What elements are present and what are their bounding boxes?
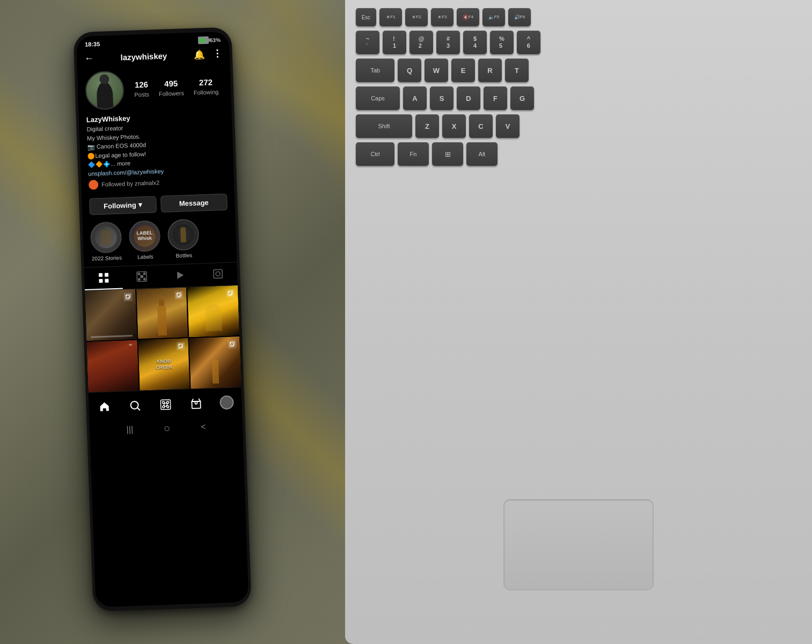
key-z[interactable]: Z (415, 114, 439, 138)
key-f4[interactable]: 🔇F4 (457, 8, 479, 26)
key-4[interactable]: $4 (463, 31, 487, 54)
svg-rect-0 (99, 273, 103, 276)
key-f[interactable]: F (484, 86, 507, 110)
multi-icon-5 (177, 342, 186, 351)
grid-photo-2[interactable] (136, 287, 188, 339)
svg-marker-10 (177, 271, 184, 279)
key-shift-left[interactable]: Shift (356, 114, 412, 138)
fn-key-row: Esc ☀F1 ☀F2 ☀F3 🔇F4 🔈F5 🔊F6 (356, 8, 807, 26)
grid-photo-3[interactable] (187, 286, 239, 338)
highlight-label-1: 2022 Stories (92, 254, 122, 261)
key-t[interactable]: T (505, 58, 529, 82)
profile-stats-row: 126 Posts 495 Followers 272 Following (85, 67, 224, 111)
key-s[interactable]: S (430, 86, 453, 110)
key-w[interactable]: W (425, 58, 448, 82)
svg-rect-13 (125, 295, 129, 299)
grid-photo-1[interactable] (85, 289, 137, 341)
highlight-circle-1 (90, 221, 122, 253)
key-alt[interactable]: Alt (466, 142, 498, 166)
key-a[interactable]: A (403, 86, 427, 110)
more-options-icon[interactable]: ⋮ (212, 48, 222, 60)
key-f2[interactable]: ☀F2 (405, 8, 428, 26)
key-v[interactable]: V (496, 114, 520, 138)
key-c[interactable]: C (469, 114, 493, 138)
key-f3[interactable]: ☀F3 (431, 8, 453, 26)
key-f5[interactable]: 🔈F5 (482, 8, 505, 26)
key-r[interactable]: R (478, 58, 502, 82)
following-label: Following (194, 89, 219, 96)
key-x[interactable]: X (442, 114, 466, 138)
multi-icon-2 (174, 290, 184, 299)
key-2[interactable]: @2 (409, 31, 433, 54)
key-f6[interactable]: 🔊F6 (508, 8, 531, 26)
key-e[interactable]: E (451, 58, 475, 82)
svg-point-8 (143, 277, 146, 280)
followers-stat[interactable]: 495 Followers (158, 78, 184, 98)
nav-profile[interactable] (215, 393, 237, 412)
key-q[interactable]: Q (398, 58, 421, 82)
key-tab[interactable]: Tab (356, 58, 394, 82)
photo-label: KNOBCREEK (155, 358, 172, 371)
svg-point-23 (130, 401, 138, 409)
key-1[interactable]: !1 (383, 31, 406, 54)
following-button[interactable]: Following ▾ (89, 196, 157, 215)
nav-shop[interactable] (185, 394, 207, 413)
highlight-labels[interactable]: LABELWhisk Labels (129, 220, 162, 260)
key-esc[interactable]: Esc (356, 8, 376, 26)
highlight-2022[interactable]: 2022 Stories (90, 221, 123, 261)
profile-stats: 126 Posts 495 Followers 272 Following (129, 77, 223, 99)
svg-rect-31 (192, 401, 200, 408)
nav-reels[interactable] (154, 395, 176, 414)
message-button[interactable]: Message (160, 193, 228, 212)
multi-icon-1 (123, 292, 133, 301)
svg-rect-20 (179, 343, 183, 347)
following-stat[interactable]: 272 Following (193, 77, 219, 97)
tab-tagged[interactable] (199, 262, 238, 286)
nav-home[interactable] (93, 397, 115, 416)
key-win[interactable]: ⊞ (432, 142, 463, 166)
keyboard: Esc ☀F1 ☀F2 ☀F3 🔇F4 🔈F5 🔊F6 ~` !1 @2 #3 … (356, 8, 807, 170)
keyboard-area: Esc ☀F1 ☀F2 ☀F3 🔇F4 🔈F5 🔊F6 ~` !1 @2 #3 … (345, 0, 812, 644)
asdf-row: Caps A S D F G (356, 86, 807, 110)
notification-icon[interactable]: 🔔 (193, 48, 205, 60)
svg-point-6 (143, 272, 145, 275)
key-d[interactable]: D (457, 86, 480, 110)
svg-rect-19 (178, 345, 182, 348)
profile-avatar[interactable] (85, 70, 125, 110)
svg-rect-15 (177, 293, 180, 297)
tab-grid[interactable] (84, 266, 123, 290)
svg-point-12 (216, 272, 220, 276)
key-backtick[interactable]: ~` (356, 31, 379, 54)
android-recents[interactable]: < (201, 422, 206, 432)
followed-by-text: Followed by znalnalx2 (101, 179, 160, 188)
key-5[interactable]: %5 (490, 31, 514, 54)
multi-icon-6 (228, 340, 237, 349)
android-back[interactable]: ||| (126, 425, 133, 434)
tab-video[interactable] (160, 264, 200, 287)
key-ctrl[interactable]: Ctrl (356, 142, 394, 166)
posts-stat[interactable]: 126 Posts (134, 79, 149, 99)
android-home[interactable]: ○ (164, 422, 171, 434)
zxcv-row: Shift Z X C V (356, 114, 807, 138)
grid-photo-6[interactable] (189, 336, 242, 389)
grid-photo-4[interactable]: ❤ (86, 340, 138, 392)
profile-username: lazywhiskey (120, 51, 167, 62)
highlight-label-2: Labels (137, 253, 153, 260)
trackpad[interactable] (503, 499, 654, 590)
key-fn[interactable]: Fn (398, 142, 429, 166)
key-6[interactable]: ^6 (517, 31, 540, 54)
svg-rect-1 (105, 273, 108, 276)
key-f1[interactable]: ☀F1 (379, 8, 402, 26)
phone: 18:35 63% ← lazywhiskey 🔔 ⋮ (73, 27, 252, 612)
key-caps[interactable]: Caps (356, 86, 400, 110)
nav-search[interactable] (123, 396, 145, 415)
key-3[interactable]: #3 (436, 31, 460, 54)
followers-count: 495 (158, 78, 184, 89)
svg-rect-21 (230, 343, 233, 347)
tab-reels[interactable] (122, 265, 162, 289)
svg-rect-2 (99, 279, 103, 282)
key-g[interactable]: G (510, 86, 534, 110)
grid-photo-5[interactable]: KNOBCREEK (138, 339, 190, 391)
highlight-bottles[interactable]: Bottles (167, 218, 200, 259)
back-icon[interactable]: ← (84, 53, 94, 64)
